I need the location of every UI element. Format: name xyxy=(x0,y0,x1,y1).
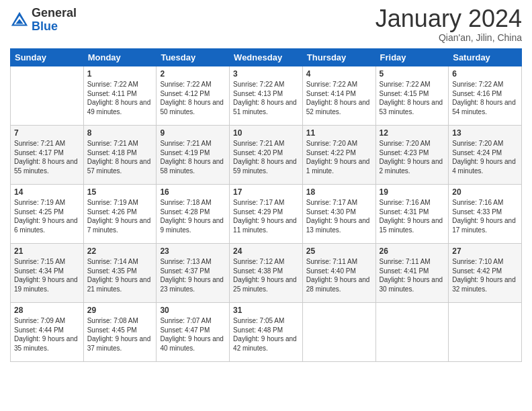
day-info: Sunrise: 7:20 AM Sunset: 4:23 PM Dayligh… xyxy=(380,139,445,175)
header-row: Sunday Monday Tuesday Wednesday Thursday… xyxy=(11,49,522,66)
day-number: 26 xyxy=(380,246,445,256)
week-row-1: 7Sunrise: 7:21 AM Sunset: 4:17 PM Daylig… xyxy=(11,126,522,185)
day-number: 29 xyxy=(87,306,153,315)
day-cell: 6Sunrise: 7:22 AM Sunset: 4:16 PM Daylig… xyxy=(449,66,522,126)
title-block: January 2024 Qian'an, Jilin, China xyxy=(375,7,522,43)
day-number: 6 xyxy=(452,69,518,79)
day-info: Sunrise: 7:11 AM Sunset: 4:41 PM Dayligh… xyxy=(380,257,445,293)
calendar-subtitle: Qian'an, Jilin, China xyxy=(375,32,522,43)
day-cell: 3Sunrise: 7:22 AM Sunset: 4:13 PM Daylig… xyxy=(230,66,303,126)
day-cell: 4Sunrise: 7:22 AM Sunset: 4:14 PM Daylig… xyxy=(302,66,375,126)
day-number: 28 xyxy=(14,306,80,315)
day-number: 25 xyxy=(306,246,372,256)
day-number: 8 xyxy=(87,128,153,138)
col-sunday: Sunday xyxy=(11,49,84,66)
day-info: Sunrise: 7:21 AM Sunset: 4:18 PM Dayligh… xyxy=(87,139,153,175)
col-wednesday: Wednesday xyxy=(230,49,303,66)
day-info: Sunrise: 7:19 AM Sunset: 4:26 PM Dayligh… xyxy=(87,198,153,234)
day-info: Sunrise: 7:10 AM Sunset: 4:42 PM Dayligh… xyxy=(452,257,518,293)
col-saturday: Saturday xyxy=(449,49,522,66)
week-row-0: 1Sunrise: 7:22 AM Sunset: 4:11 PM Daylig… xyxy=(11,66,522,126)
day-cell: 21Sunrise: 7:15 AM Sunset: 4:34 PM Dayli… xyxy=(11,244,84,303)
day-number: 15 xyxy=(87,187,153,197)
day-number: 11 xyxy=(306,128,372,138)
logo-blue: Blue xyxy=(32,20,77,34)
day-info: Sunrise: 7:21 AM Sunset: 4:17 PM Dayligh… xyxy=(14,139,80,175)
day-info: Sunrise: 7:22 AM Sunset: 4:12 PM Dayligh… xyxy=(160,80,226,116)
day-info: Sunrise: 7:21 AM Sunset: 4:19 PM Dayligh… xyxy=(160,139,226,175)
day-number: 24 xyxy=(233,246,299,256)
day-cell: 10Sunrise: 7:21 AM Sunset: 4:20 PM Dayli… xyxy=(230,126,303,185)
day-number: 13 xyxy=(452,128,518,138)
day-cell: 14Sunrise: 7:19 AM Sunset: 4:25 PM Dayli… xyxy=(11,185,84,244)
day-number: 23 xyxy=(160,246,226,256)
day-number: 9 xyxy=(160,128,226,138)
day-info: Sunrise: 7:08 AM Sunset: 4:45 PM Dayligh… xyxy=(87,316,153,353)
day-number: 22 xyxy=(87,246,153,256)
day-cell: 30Sunrise: 7:07 AM Sunset: 4:47 PM Dayli… xyxy=(157,303,230,362)
day-info: Sunrise: 7:16 AM Sunset: 4:33 PM Dayligh… xyxy=(452,198,518,234)
day-cell: 23Sunrise: 7:13 AM Sunset: 4:37 PM Dayli… xyxy=(157,244,230,303)
day-cell: 2Sunrise: 7:22 AM Sunset: 4:12 PM Daylig… xyxy=(157,66,230,126)
day-cell xyxy=(302,303,375,362)
day-number: 27 xyxy=(452,246,518,256)
calendar-table: Sunday Monday Tuesday Wednesday Thursday… xyxy=(10,48,522,362)
day-cell: 20Sunrise: 7:16 AM Sunset: 4:33 PM Dayli… xyxy=(449,185,522,244)
day-cell: 19Sunrise: 7:16 AM Sunset: 4:31 PM Dayli… xyxy=(375,185,449,244)
day-cell: 8Sunrise: 7:21 AM Sunset: 4:18 PM Daylig… xyxy=(83,126,157,185)
day-number: 30 xyxy=(160,306,226,315)
day-info: Sunrise: 7:17 AM Sunset: 4:29 PM Dayligh… xyxy=(233,198,299,234)
day-info: Sunrise: 7:11 AM Sunset: 4:40 PM Dayligh… xyxy=(306,257,372,293)
day-cell: 11Sunrise: 7:20 AM Sunset: 4:22 PM Dayli… xyxy=(302,126,375,185)
day-number: 21 xyxy=(14,246,80,256)
day-number: 10 xyxy=(233,128,299,138)
day-cell: 22Sunrise: 7:14 AM Sunset: 4:35 PM Dayli… xyxy=(83,244,157,303)
day-cell: 27Sunrise: 7:10 AM Sunset: 4:42 PM Dayli… xyxy=(449,244,522,303)
day-cell: 24Sunrise: 7:12 AM Sunset: 4:38 PM Dayli… xyxy=(230,244,303,303)
day-info: Sunrise: 7:17 AM Sunset: 4:30 PM Dayligh… xyxy=(306,198,372,234)
day-cell: 18Sunrise: 7:17 AM Sunset: 4:30 PM Dayli… xyxy=(302,185,375,244)
day-cell: 9Sunrise: 7:21 AM Sunset: 4:19 PM Daylig… xyxy=(157,126,230,185)
page: General Blue January 2024 Qian'an, Jilin… xyxy=(0,0,532,411)
day-number: 16 xyxy=(160,187,226,197)
day-number: 31 xyxy=(233,306,299,315)
logo: General Blue xyxy=(10,7,77,34)
day-info: Sunrise: 7:14 AM Sunset: 4:35 PM Dayligh… xyxy=(87,257,153,293)
day-cell: 13Sunrise: 7:20 AM Sunset: 4:24 PM Dayli… xyxy=(449,126,522,185)
header: General Blue January 2024 Qian'an, Jilin… xyxy=(10,7,522,43)
day-number: 14 xyxy=(14,187,80,197)
day-cell: 31Sunrise: 7:05 AM Sunset: 4:48 PM Dayli… xyxy=(230,303,303,362)
day-info: Sunrise: 7:22 AM Sunset: 4:14 PM Dayligh… xyxy=(306,80,372,116)
day-info: Sunrise: 7:22 AM Sunset: 4:13 PM Dayligh… xyxy=(233,80,299,116)
day-cell: 1Sunrise: 7:22 AM Sunset: 4:11 PM Daylig… xyxy=(83,66,157,126)
day-cell: 12Sunrise: 7:20 AM Sunset: 4:23 PM Dayli… xyxy=(375,126,449,185)
calendar-title: January 2024 xyxy=(375,7,522,31)
week-row-2: 14Sunrise: 7:19 AM Sunset: 4:25 PM Dayli… xyxy=(11,185,522,244)
day-info: Sunrise: 7:22 AM Sunset: 4:15 PM Dayligh… xyxy=(380,80,445,116)
day-info: Sunrise: 7:19 AM Sunset: 4:25 PM Dayligh… xyxy=(14,198,80,234)
day-info: Sunrise: 7:05 AM Sunset: 4:48 PM Dayligh… xyxy=(233,316,299,353)
col-monday: Monday xyxy=(83,49,157,66)
day-info: Sunrise: 7:22 AM Sunset: 4:16 PM Dayligh… xyxy=(452,80,518,116)
week-row-3: 21Sunrise: 7:15 AM Sunset: 4:34 PM Dayli… xyxy=(11,244,522,303)
day-number: 12 xyxy=(380,128,445,138)
day-cell: 7Sunrise: 7:21 AM Sunset: 4:17 PM Daylig… xyxy=(11,126,84,185)
day-number: 20 xyxy=(452,187,518,197)
day-info: Sunrise: 7:21 AM Sunset: 4:20 PM Dayligh… xyxy=(233,139,299,175)
day-cell: 15Sunrise: 7:19 AM Sunset: 4:26 PM Dayli… xyxy=(83,185,157,244)
day-info: Sunrise: 7:20 AM Sunset: 4:24 PM Dayligh… xyxy=(452,139,518,175)
day-cell xyxy=(375,303,449,362)
day-cell: 5Sunrise: 7:22 AM Sunset: 4:15 PM Daylig… xyxy=(375,66,449,126)
day-info: Sunrise: 7:07 AM Sunset: 4:47 PM Dayligh… xyxy=(160,316,226,353)
day-number: 19 xyxy=(380,187,445,197)
logo-text: General Blue xyxy=(32,7,77,34)
day-info: Sunrise: 7:09 AM Sunset: 4:44 PM Dayligh… xyxy=(14,316,80,353)
day-cell: 29Sunrise: 7:08 AM Sunset: 4:45 PM Dayli… xyxy=(83,303,157,362)
day-cell xyxy=(449,303,522,362)
day-info: Sunrise: 7:20 AM Sunset: 4:22 PM Dayligh… xyxy=(306,139,372,175)
day-info: Sunrise: 7:13 AM Sunset: 4:37 PM Dayligh… xyxy=(160,257,226,293)
day-cell: 16Sunrise: 7:18 AM Sunset: 4:28 PM Dayli… xyxy=(157,185,230,244)
day-number: 5 xyxy=(380,69,445,79)
day-number: 7 xyxy=(14,128,80,138)
day-info: Sunrise: 7:22 AM Sunset: 4:11 PM Dayligh… xyxy=(87,80,153,116)
